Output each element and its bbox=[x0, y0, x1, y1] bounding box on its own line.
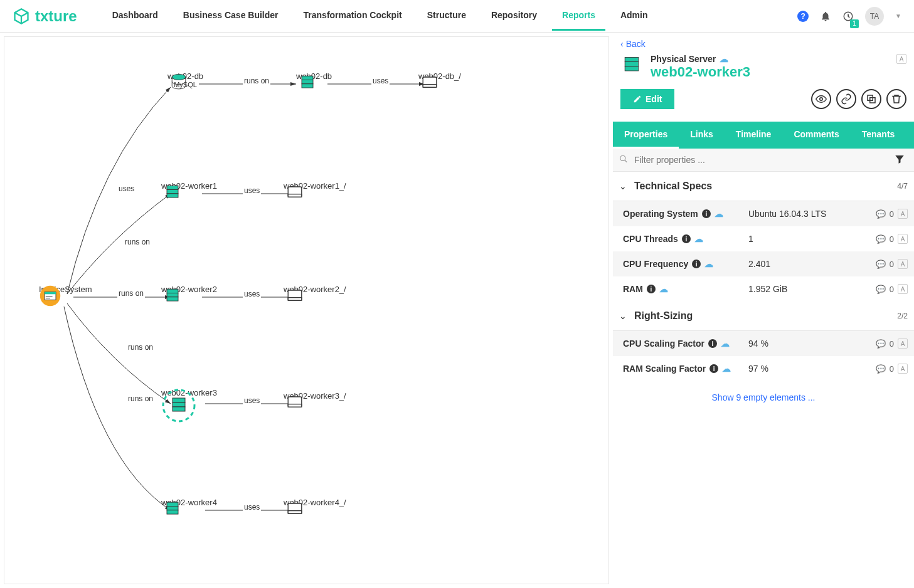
database-icon bbox=[167, 71, 190, 94]
detail-tabs: Properties Links Timeline Comments Tenan… bbox=[613, 122, 914, 149]
annotation-badge[interactable]: A bbox=[896, 54, 906, 64]
node-web02-db[interactable]: web02-db MySQL bbox=[167, 71, 203, 88]
nav-bcb[interactable]: Business Case Builder bbox=[173, 1, 289, 31]
prop-value: 2.401 bbox=[748, 259, 876, 269]
annotation-badge[interactable]: A bbox=[898, 259, 908, 269]
node-web02-db-server[interactable]: web02-db bbox=[296, 71, 332, 81]
node-web02-worker1[interactable]: web02-worker1 bbox=[161, 181, 217, 191]
nav-cockpit[interactable]: Transformation Cockpit bbox=[294, 1, 412, 31]
section-count: 4/7 bbox=[897, 182, 908, 191]
cloud-icon: ☁ bbox=[721, 339, 730, 349]
nav-structure[interactable]: Structure bbox=[417, 1, 476, 31]
nav-right: ? 1 TA ▼ bbox=[797, 7, 901, 26]
annotation-badge[interactable]: A bbox=[898, 209, 908, 219]
trash-icon bbox=[891, 93, 902, 105]
edge-label: runs on bbox=[127, 394, 154, 403]
tab-comments[interactable]: Comments bbox=[782, 122, 850, 149]
info-icon[interactable]: i bbox=[709, 364, 718, 373]
filter-input[interactable] bbox=[613, 149, 750, 171]
node-web02-worker3-storage[interactable]: web02-worker3_/ bbox=[284, 391, 346, 401]
server-icon bbox=[620, 54, 643, 76]
cloud-icon: ☁ bbox=[722, 364, 731, 374]
nav-admin[interactable]: Admin bbox=[610, 1, 658, 31]
logo-text: txture bbox=[35, 8, 77, 25]
user-menu-caret[interactable]: ▼ bbox=[895, 13, 901, 19]
comment-count: 0 bbox=[890, 285, 894, 294]
comment-icon[interactable]: 💬 bbox=[876, 364, 886, 374]
node-web02-worker2[interactable]: web02-worker2 bbox=[161, 285, 217, 294]
node-web02-worker4[interactable]: web02-worker4 bbox=[161, 498, 217, 507]
svg-rect-33 bbox=[625, 57, 639, 61]
entity-type: Physical Server bbox=[651, 54, 716, 64]
node-web02-worker4-storage[interactable]: web02-worker4_/ bbox=[284, 498, 346, 507]
annotation-badge[interactable]: A bbox=[898, 284, 908, 294]
graph-edges bbox=[4, 37, 556, 584]
svg-rect-3 bbox=[45, 292, 56, 295]
node-web02-db-storage[interactable]: web02-db_/ bbox=[418, 71, 461, 81]
info-icon[interactable]: i bbox=[682, 234, 691, 243]
storage-icon bbox=[418, 71, 441, 94]
prop-value: 1.952 GiB bbox=[748, 284, 876, 294]
nav-repository[interactable]: Repository bbox=[481, 1, 547, 31]
cloud-icon: ☁ bbox=[704, 259, 713, 269]
svg-rect-24 bbox=[173, 402, 185, 407]
copy-button[interactable] bbox=[861, 89, 881, 109]
section-technical-specs[interactable]: ⌄ Technical Specs 4/7 bbox=[613, 172, 914, 201]
info-icon[interactable]: i bbox=[692, 260, 701, 268]
svg-rect-18 bbox=[167, 293, 178, 297]
comment-icon[interactable]: 💬 bbox=[876, 339, 886, 349]
help-icon[interactable]: ? bbox=[797, 11, 809, 22]
comment-count: 0 bbox=[890, 260, 894, 269]
tab-properties[interactable]: Properties bbox=[613, 122, 679, 149]
node-web02-worker2-storage[interactable]: web02-worker2_/ bbox=[284, 285, 346, 294]
back-button[interactable]: ‹ Back bbox=[620, 39, 906, 49]
annotation-badge[interactable]: A bbox=[898, 364, 908, 374]
graph-canvas[interactable]: uses runs on runs on runs on runs on run… bbox=[4, 36, 609, 584]
node-web02-worker1-storage[interactable]: web02-worker1_/ bbox=[284, 181, 346, 191]
filter-toggle[interactable] bbox=[885, 154, 914, 167]
prop-label: RAM bbox=[623, 284, 643, 294]
nav-dashboard[interactable]: Dashboard bbox=[102, 1, 168, 31]
comment-icon[interactable]: 💬 bbox=[876, 285, 886, 294]
node-invoice-system[interactable]: InvoiceSystem bbox=[39, 285, 92, 294]
logo-icon bbox=[13, 8, 30, 25]
bell-icon[interactable] bbox=[820, 11, 831, 22]
delete-button[interactable] bbox=[886, 89, 906, 109]
section-count: 2/2 bbox=[897, 312, 908, 320]
chevron-down-icon: ⌄ bbox=[619, 181, 627, 191]
prop-label: Operating System bbox=[623, 209, 698, 219]
annotation-badge[interactable]: A bbox=[898, 339, 908, 349]
comment-icon[interactable]: 💬 bbox=[876, 209, 886, 219]
edit-button[interactable]: Edit bbox=[620, 89, 674, 109]
funnel-icon bbox=[894, 154, 905, 165]
svg-rect-29 bbox=[167, 507, 178, 510]
link-button[interactable] bbox=[836, 89, 856, 109]
section-right-sizing[interactable]: ⌄ Right-Sizing 2/2 bbox=[613, 302, 914, 331]
view-button[interactable] bbox=[811, 89, 831, 109]
eye-icon bbox=[816, 93, 827, 105]
user-avatar[interactable]: TA bbox=[865, 7, 884, 26]
tab-timeline[interactable]: Timeline bbox=[725, 122, 783, 149]
clock-icon[interactable]: 1 bbox=[842, 11, 854, 22]
chevron-down-icon: ⌄ bbox=[619, 311, 627, 321]
info-icon[interactable]: i bbox=[647, 285, 656, 293]
comment-icon[interactable]: 💬 bbox=[876, 234, 886, 244]
prop-row-ram: RAM i ☁ 1.952 GiB 💬0 A bbox=[613, 276, 914, 302]
comment-icon[interactable]: 💬 bbox=[876, 260, 886, 269]
edit-label: Edit bbox=[646, 94, 662, 104]
top-nav: txture Dashboard Business Case Builder T… bbox=[0, 0, 914, 33]
nav-reports[interactable]: Reports bbox=[552, 1, 605, 31]
logo[interactable]: txture bbox=[13, 8, 77, 25]
info-icon[interactable]: i bbox=[702, 209, 711, 218]
annotation-badge[interactable]: A bbox=[898, 234, 908, 244]
comment-count: 0 bbox=[890, 234, 894, 244]
edge-label: runs on bbox=[127, 343, 154, 352]
app-icon bbox=[39, 285, 61, 307]
tab-links[interactable]: Links bbox=[679, 122, 725, 149]
tab-tenants[interactable]: Tenants bbox=[851, 122, 906, 149]
info-icon[interactable]: i bbox=[708, 339, 717, 348]
svg-point-39 bbox=[620, 155, 625, 160]
node-web02-worker3[interactable]: web02-worker3 bbox=[161, 388, 217, 397]
comment-count: 0 bbox=[890, 339, 894, 349]
show-empty-link[interactable]: Show 9 empty elements ... bbox=[613, 381, 914, 414]
